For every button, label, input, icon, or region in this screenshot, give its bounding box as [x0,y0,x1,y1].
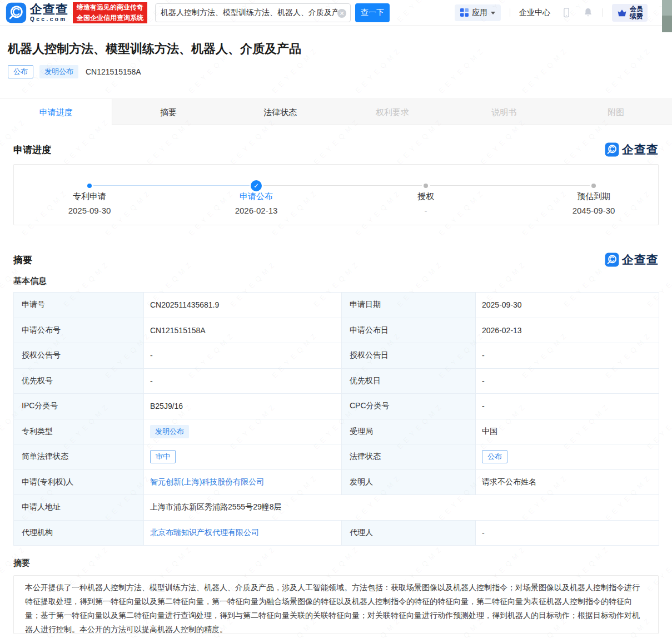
info-value: 智元创新(上海)科技股份有限公司 [144,470,342,496]
info-label: 申请公布日 [342,318,476,344]
progress-section-title: 申请进度 [13,144,51,156]
scrollbar-thumb[interactable] [662,0,672,16]
scrollbar-track[interactable] [662,16,672,32]
info-value: B25J9/16 [144,394,342,419]
patent-title-block: 机器人控制方法、模型训练方法、机器人、介质及产品 公布 发明公布 CN12151… [0,26,672,78]
mobile-app-button[interactable] [561,7,571,19]
abstract-subtitle: 摘要 [13,558,659,568]
brand-name: 企查查 [30,3,68,16]
info-value: 中国 [476,419,659,445]
patent-type-badge: 发明公布 [39,65,78,78]
application-timeline: ✓ 专利申请 2025-09-30 申请公布 2026-02-13 授权 - 预… [13,164,659,225]
chevron-down-icon [491,12,495,14]
apps-menu-button[interactable]: 应用 [455,4,501,21]
search-button[interactable]: 查一下 [355,3,390,22]
info-value: - [476,521,659,546]
brand-slogan: 缔造有远见的商业传奇 全国企业信用查询系统 [73,2,147,23]
search-input[interactable] [161,4,337,21]
timeline-node-filed [87,184,92,188]
legal-status-badge: 公布 [482,450,507,463]
info-value: 发明公布 [144,419,342,445]
timeline-node-granted [424,184,428,188]
info-label: 发明人 [342,470,476,496]
member-renew-label: 会员 续费 [630,6,643,20]
info-value: 请求不公布姓名 [476,470,659,496]
info-label: IPC分类号 [14,394,144,419]
qcc-corner-logo: 企查查 [605,252,659,268]
badge-row: 公布 发明公布 CN121515158A [8,65,664,78]
info-value: CN202511435681.9 [144,293,342,318]
tab-description: 说明书 [448,99,560,125]
crown-icon [616,8,628,18]
info-label: 申请公布号 [14,318,144,344]
qcc-logo-text: 企查查 Qcc.com [30,3,68,22]
brand-domain: Qcc.com [30,17,68,22]
timeline-step: 预估到期 2045-09-30 [538,191,649,215]
timeline-segment-done [93,185,251,186]
info-label: 代理人 [342,521,476,546]
divider [510,8,510,17]
info-value: - [476,343,659,369]
timeline-step: 专利申请 2025-09-30 [34,191,145,215]
tab-claims: 权利要求 [336,99,448,125]
phone-icon [561,7,571,19]
info-value: - [476,369,659,394]
abstract-section-head: 摘要 企查查 [13,252,659,268]
info-label: 简单法律状态 [14,444,144,470]
applicant-link[interactable]: 智元创新(上海)科技股份有限公司 [150,477,264,487]
publication-number: CN121515158A [86,67,141,76]
qcc-corner-logo-text: 企查查 [622,252,659,268]
info-label: 申请号 [14,293,144,318]
info-label: 代理机构 [14,521,144,546]
qcc-logo-icon [605,142,619,157]
info-label: 授权公告日 [342,343,476,369]
step-date: 2045-09-30 [538,206,649,215]
info-label: 法律状态 [342,444,476,470]
info-label: 授权公告号 [14,343,144,369]
enterprise-center-link[interactable]: 企业中心 [519,8,550,18]
info-value: 上海市浦东新区秀浦路2555号29幢8层 [144,495,659,521]
step-date: - [370,206,481,215]
info-value: 审中 [144,444,342,470]
step-name: 授权 [370,191,481,202]
qcc-logo-icon [605,253,619,267]
tab-abstract[interactable]: 摘要 [112,99,224,125]
info-value: - [476,394,659,419]
divider [603,8,603,17]
patent-type-badge: 发明公布 [150,425,189,438]
info-value: CN121515158A [144,318,342,344]
timeline-step: 授权 - [370,191,481,215]
search-bar: ✕ 查一下 [155,3,390,22]
tab-legal-status[interactable]: 法律状态 [225,99,336,125]
agency-link[interactable]: 北京布瑞知识产权代理有限公司 [150,528,259,538]
step-date: 2025-09-30 [34,206,145,215]
qcc-corner-logo-text: 企查查 [622,142,659,157]
qcc-corner-logo: 企查查 [605,142,659,157]
info-label: 专利类型 [14,419,144,445]
progress-section-head: 申请进度 企查查 [13,142,659,157]
info-value: 2026-02-13 [476,318,659,344]
qcc-logo[interactable]: 企查查 Qcc.com [6,2,68,23]
info-value: 公布 [476,444,659,470]
notifications-button[interactable] [583,7,594,18]
member-renew-button[interactable]: 会员 续费 [612,4,648,22]
basic-info-title: 基本信息 [13,276,659,286]
slogan-line-2: 全国企业信用查询系统 [77,13,143,23]
clear-icon[interactable]: ✕ [337,9,346,18]
top-header: 企查查 Qcc.com 缔造有远见的商业传奇 全国企业信用查询系统 ✕ 查一下 … [0,0,672,26]
info-value: - [144,369,342,394]
tab-drawings: 附图 [560,99,672,125]
slogan-line-1: 缔造有远见的商业传奇 [77,2,143,13]
step-name: 专利申请 [34,191,145,202]
apps-grid-icon [460,8,469,17]
step-name: 申请公布 [201,191,312,202]
step-name: 预估到期 [538,191,649,202]
page-title: 机器人控制方法、模型训练方法、机器人、介质及产品 [8,41,664,57]
tab-bar: 申请进度 摘要 法律状态 权利要求 说明书 附图 [0,98,672,125]
status-badge: 公布 [8,65,33,78]
tab-application-progress[interactable]: 申请进度 [0,99,112,125]
timeline-node-published-check-icon: ✓ [251,180,262,191]
info-label: 申请日期 [342,293,476,318]
info-label: 受理局 [342,419,476,445]
timeline-node-expiry [591,184,596,188]
